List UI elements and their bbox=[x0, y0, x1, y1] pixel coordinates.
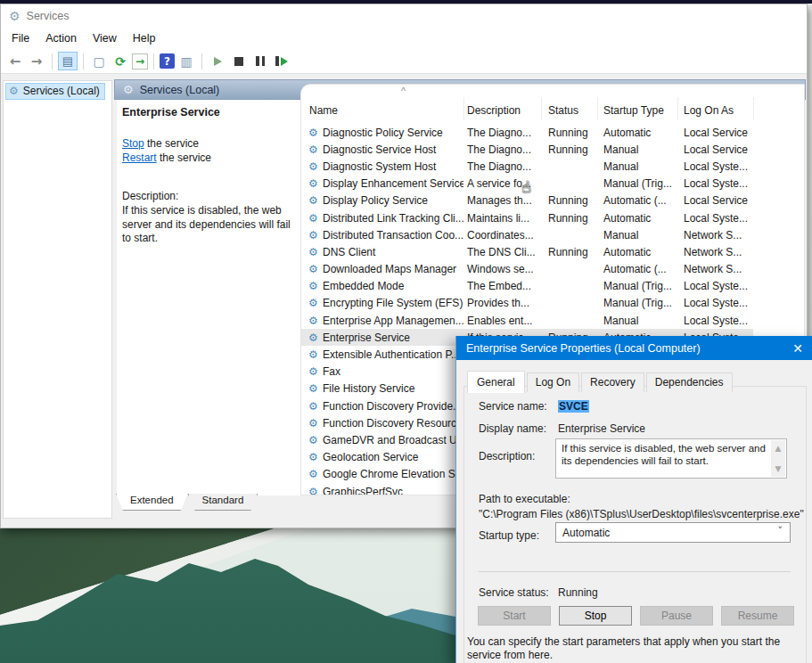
path-label: Path to executable: bbox=[479, 493, 570, 505]
service-name-value[interactable]: SVCE bbox=[558, 400, 589, 413]
help-icon[interactable]: ? bbox=[160, 53, 175, 69]
restart-service-link[interactable]: Restart bbox=[122, 151, 157, 164]
dialog-titlebar[interactable]: Enterprise Service Properties (Local Com… bbox=[456, 336, 812, 360]
service-description-text: If this service is disabled, the web ser… bbox=[122, 204, 299, 246]
cell-status: Running bbox=[541, 127, 597, 139]
table-row[interactable]: ⚙DNS ClientThe DNS Cli...RunningAutomati… bbox=[301, 243, 753, 260]
properties-window-icon[interactable]: ▢ bbox=[89, 52, 109, 70]
toolbar-separator bbox=[153, 53, 154, 70]
table-row[interactable]: ⚙Diagnostic Service HostThe Diagno...Run… bbox=[301, 141, 753, 158]
extended-info-pane: Enterprise Service Stop the service Rest… bbox=[117, 100, 300, 495]
column-header-description[interactable]: Description bbox=[467, 104, 521, 117]
startup-type-value: Automatic bbox=[562, 527, 610, 539]
service-gear-icon: ⚙ bbox=[301, 332, 323, 344]
console-tree-pane: ⚙ Services (Local) bbox=[3, 80, 112, 519]
forward-icon[interactable]: → bbox=[27, 52, 46, 70]
view-tab-extended[interactable]: Extended bbox=[116, 494, 188, 511]
view-tabs: ExtendedStandard bbox=[116, 494, 258, 511]
tree-item-services-local[interactable]: ⚙ Services (Local) bbox=[5, 83, 105, 100]
service-gear-icon: ⚙ bbox=[301, 143, 323, 156]
cell-status: Running bbox=[541, 212, 597, 225]
window-title: Services bbox=[27, 10, 70, 22]
restart-link-suffix: the service bbox=[157, 151, 211, 164]
table-row[interactable]: ⚙Encrypting File System (EFS)Provides th… bbox=[301, 295, 753, 312]
dialog-tabs: GeneralLog OnRecoveryDependencies bbox=[467, 371, 734, 392]
service-gear-icon: ⚙ bbox=[301, 212, 323, 225]
stop-button[interactable]: Stop bbox=[559, 606, 632, 626]
column-header-status[interactable]: Status bbox=[548, 104, 578, 117]
action-pane-icon[interactable]: ▥ bbox=[176, 52, 196, 70]
cell-startup-type: Automatic (... bbox=[597, 263, 677, 275]
table-row[interactable]: ⚙Embedded ModeThe Embed...Manual (Trig..… bbox=[301, 278, 753, 295]
cell-description: The Diagno... bbox=[463, 143, 541, 156]
display-name-value: Enterprise Service bbox=[558, 422, 645, 435]
window-titlebar[interactable]: ⚙ Services bbox=[1, 4, 807, 28]
table-row[interactable]: ⚙Diagnostic System HostThe Diagno...Manu… bbox=[301, 158, 753, 175]
refresh-icon[interactable]: ⟳ bbox=[111, 52, 130, 70]
column-separator bbox=[677, 97, 678, 120]
description-textbox[interactable]: If this service is disabled, the web ser… bbox=[555, 438, 787, 479]
table-row[interactable]: ⚙Distributed Transaction Coo...Coordinat… bbox=[301, 226, 753, 243]
cell-log-on-as: Local Syste... bbox=[677, 297, 753, 309]
description-scrollbar[interactable]: ▲ ▼ bbox=[771, 440, 785, 477]
service-gear-icon: ⚙ bbox=[301, 263, 323, 275]
startup-type-select[interactable]: Automatic ˅ bbox=[555, 522, 791, 543]
column-header-startup-type[interactable]: Startup Type bbox=[603, 104, 664, 117]
description-label: Description: bbox=[122, 190, 178, 202]
view-tab-standard[interactable]: Standard bbox=[188, 494, 258, 511]
toolbar-separator bbox=[83, 53, 84, 70]
tab-dependencies[interactable]: Dependencies bbox=[646, 372, 733, 392]
cell-name: Fax bbox=[323, 365, 463, 378]
menu-action[interactable]: Action bbox=[37, 29, 85, 47]
startup-type-label: Startup type: bbox=[479, 529, 539, 542]
menu-help[interactable]: Help bbox=[125, 29, 164, 47]
cell-description: Coordinates... bbox=[463, 229, 541, 241]
pause-service-icon[interactable] bbox=[250, 52, 270, 70]
cell-description: Windows se... bbox=[463, 263, 541, 275]
service-gear-icon: ⚙ bbox=[301, 127, 323, 139]
cell-name: Google Chrome Elevation S... bbox=[323, 468, 463, 480]
column-header-name[interactable]: Name bbox=[309, 104, 338, 117]
cell-description: Enables ent... bbox=[463, 315, 541, 327]
stop-service-icon[interactable] bbox=[229, 52, 249, 70]
menu-file[interactable]: File bbox=[4, 29, 37, 47]
sort-ascending-icon[interactable]: ^ bbox=[401, 86, 406, 96]
start-service-icon[interactable] bbox=[208, 52, 227, 70]
column-separator bbox=[463, 97, 464, 120]
console-tree-icon[interactable]: ▤ bbox=[58, 52, 78, 70]
pause-button[interactable]: Pause bbox=[640, 606, 713, 626]
cell-startup-type: Manual (Trig... bbox=[597, 280, 677, 292]
table-row[interactable]: ⚙Downloaded Maps ManagerWindows se...Aut… bbox=[301, 261, 753, 278]
back-icon[interactable]: ← bbox=[5, 52, 25, 70]
table-row[interactable]: ⚙Distributed Link Tracking Cli...Maintai… bbox=[301, 209, 753, 226]
scroll-up-icon[interactable]: ▲ bbox=[775, 442, 782, 454]
column-header-log-on-as[interactable]: Log On As bbox=[684, 104, 734, 117]
restart-service-icon[interactable] bbox=[272, 52, 291, 70]
pane-header-title: Services (Local) bbox=[140, 84, 220, 96]
cell-name: GraphicsPerfSvc bbox=[323, 486, 463, 495]
cell-log-on-as: Local Service bbox=[677, 127, 753, 139]
table-row[interactable]: ⚙Enterprise App Managemen...Enables ent.… bbox=[301, 312, 753, 329]
start-button[interactable]: Start bbox=[478, 606, 551, 626]
service-gear-icon: ⚙ bbox=[301, 417, 323, 430]
close-icon[interactable]: ✕ bbox=[790, 340, 806, 356]
tab-general[interactable]: General bbox=[467, 371, 525, 393]
cell-startup-type: Manual (Trig... bbox=[597, 297, 677, 309]
cell-name: Encrypting File System (EFS) bbox=[323, 297, 463, 309]
service-gear-icon: ⚙ bbox=[301, 160, 323, 173]
tab-recovery[interactable]: Recovery bbox=[581, 372, 644, 392]
tree-item-label: Services (Local) bbox=[23, 85, 100, 97]
service-gear-icon: ⚙ bbox=[301, 297, 323, 309]
toolbar-separator bbox=[52, 53, 53, 70]
service-name-label: Service name: bbox=[479, 400, 547, 413]
service-gear-icon: ⚙ bbox=[301, 468, 323, 480]
tab-log-on[interactable]: Log On bbox=[527, 372, 579, 392]
cell-name: Display Policy Service bbox=[323, 194, 463, 207]
menu-view[interactable]: View bbox=[85, 29, 125, 47]
scroll-down-icon[interactable]: ▼ bbox=[775, 462, 782, 475]
export-list-icon[interactable]: → bbox=[132, 53, 148, 70]
resume-button[interactable]: Resume bbox=[721, 606, 794, 626]
stop-service-link[interactable]: Stop bbox=[122, 137, 144, 150]
table-row[interactable]: ⚙Diagnostic Policy ServiceThe Diagno...R… bbox=[301, 124, 753, 141]
service-gear-icon: ⚙ bbox=[301, 382, 323, 395]
